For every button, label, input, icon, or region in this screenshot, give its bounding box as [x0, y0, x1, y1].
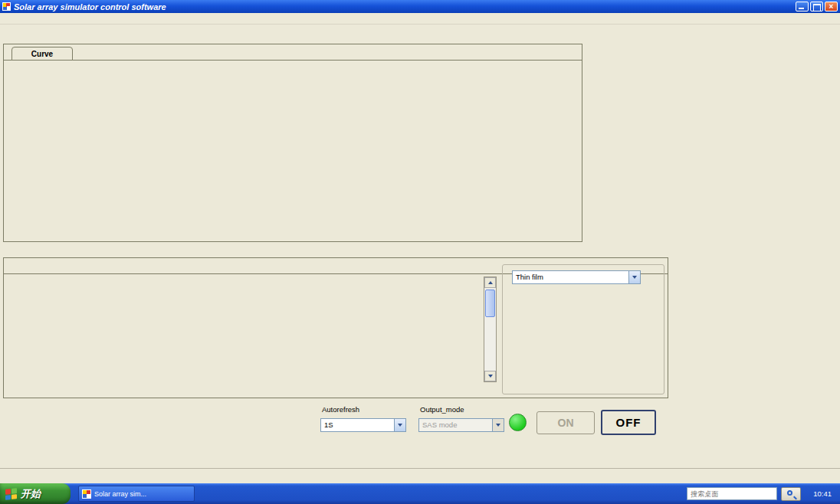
autorefresh-label: Autorefresh	[322, 405, 359, 414]
window-titlebar: Solar array simulator control software ×	[0, 0, 840, 13]
off-button[interactable]: OFF	[601, 410, 656, 435]
output-status-indicator	[509, 414, 527, 431]
autorefresh-value: 1S	[324, 421, 333, 429]
on-button[interactable]: ON	[536, 411, 595, 434]
start-button[interactable]: 开始	[0, 483, 71, 504]
chevron-down-icon[interactable]	[394, 419, 405, 431]
minimize-button[interactable]	[796, 2, 809, 11]
menu-bar	[0, 13, 840, 25]
pv-type-select[interactable]: Thin film	[512, 270, 641, 284]
close-button[interactable]: ×	[825, 2, 838, 11]
scroll-down-icon[interactable]	[484, 371, 496, 381]
tab-curve[interactable]: Curve	[11, 47, 73, 61]
chevron-down-icon	[492, 419, 504, 431]
taskbar: 开始 Solar array sim... 10:41	[0, 483, 840, 504]
start-label: 开始	[21, 487, 41, 501]
output-mode-label: Output_mode	[420, 405, 464, 414]
ramp-table-wrap	[7, 277, 500, 388]
en50530-section: Thin film	[3, 257, 668, 398]
output-mode-select: SAS mode	[418, 418, 504, 432]
app-icon	[2, 2, 11, 11]
simulation-params-group: Thin film	[502, 264, 664, 394]
table-scrollbar[interactable]	[484, 277, 497, 382]
taskbar-clock: 10:41	[809, 489, 836, 498]
windows-logo-icon	[5, 488, 17, 500]
autorefresh-select[interactable]: 1S	[320, 418, 406, 432]
window-title: Solar array simulator control software	[14, 2, 796, 11]
status-bar	[0, 468, 840, 483]
scroll-up-icon[interactable]	[484, 277, 496, 288]
search-icon[interactable]	[781, 487, 801, 501]
scrollbar-thumb[interactable]	[485, 290, 495, 317]
divider	[4, 60, 582, 61]
taskbar-item-solar-array[interactable]: Solar array sim...	[78, 486, 195, 502]
pv-type-value: Thin film	[516, 273, 543, 281]
desktop: Solar array simulator control software ×…	[0, 0, 840, 504]
maximize-button[interactable]	[810, 2, 823, 11]
chevron-down-icon[interactable]	[628, 271, 640, 283]
taskbar-item-label: Solar array sim...	[94, 490, 146, 498]
output-mode-value: SAS mode	[422, 421, 457, 429]
app-icon	[82, 489, 91, 499]
desktop-search-input[interactable]	[687, 487, 777, 500]
curve-panel: Curve	[3, 44, 582, 242]
